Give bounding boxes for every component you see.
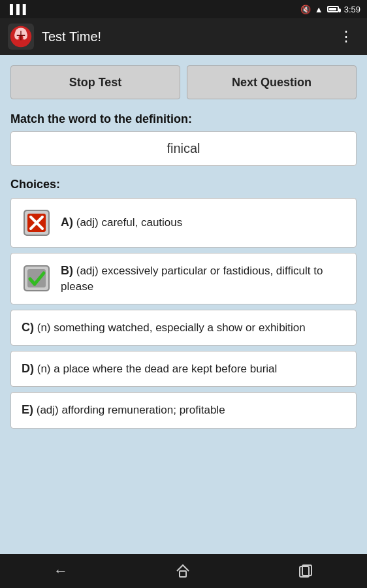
- mute-icon: 🔇: [300, 5, 311, 14]
- correct-icon: [22, 263, 52, 293]
- status-bar: ▐▐▐ 🔇 ▲ 3:59: [0, 0, 367, 18]
- nav-bar: ←: [0, 554, 367, 588]
- recents-button[interactable]: [285, 558, 327, 584]
- battery-icon: [327, 6, 339, 12]
- choice-e-text: E) (adj) affording remuneration; profita…: [22, 402, 225, 418]
- choice-d[interactable]: D) (n) a place where the dead are kept b…: [10, 351, 357, 387]
- time-display: 3:59: [344, 5, 360, 14]
- wifi-icon: ▲: [315, 5, 323, 14]
- word-display: finical: [10, 131, 357, 166]
- next-question-button[interactable]: Next Question: [187, 65, 357, 99]
- choices-label: Choices:: [10, 178, 357, 191]
- choice-a-text: A) (adj) careful, cautious: [61, 214, 182, 231]
- choice-b-text: B) (adj) excessively particular or fasti…: [61, 263, 345, 295]
- status-left: ▐▐▐: [7, 4, 26, 14]
- overflow-menu-button[interactable]: ⋮: [334, 23, 359, 50]
- action-buttons: Stop Test Next Question: [10, 65, 357, 99]
- main-content: Stop Test Next Question Match the word t…: [0, 55, 367, 554]
- choice-b[interactable]: B) (adj) excessively particular or fasti…: [10, 253, 357, 304]
- choice-a[interactable]: A) (adj) careful, cautious: [10, 198, 357, 248]
- signal-icon: ▐▐▐: [7, 4, 26, 14]
- choice-c-text: C) (n) something watched, especially a s…: [22, 319, 306, 336]
- home-button[interactable]: [162, 558, 204, 584]
- title-bar: Test Time! ⋮: [0, 18, 367, 55]
- status-right: 🔇 ▲ 3:59: [300, 5, 360, 14]
- choice-d-text: D) (n) a place where the dead are kept b…: [22, 361, 277, 377]
- app-title: Test Time!: [42, 29, 334, 44]
- choice-c[interactable]: C) (n) something watched, especially a s…: [10, 310, 357, 346]
- stop-test-button[interactable]: Stop Test: [10, 65, 180, 99]
- back-button[interactable]: ←: [40, 557, 81, 585]
- wrong-icon: [22, 208, 52, 238]
- svg-rect-15: [180, 571, 186, 577]
- choices-list: A) (adj) careful, cautious B) (adj) exce…: [10, 198, 357, 554]
- choice-e[interactable]: E) (adj) affording remuneration; profita…: [10, 392, 357, 428]
- app-logo: [8, 24, 34, 50]
- question-label: Match the word to the definition:: [10, 112, 357, 126]
